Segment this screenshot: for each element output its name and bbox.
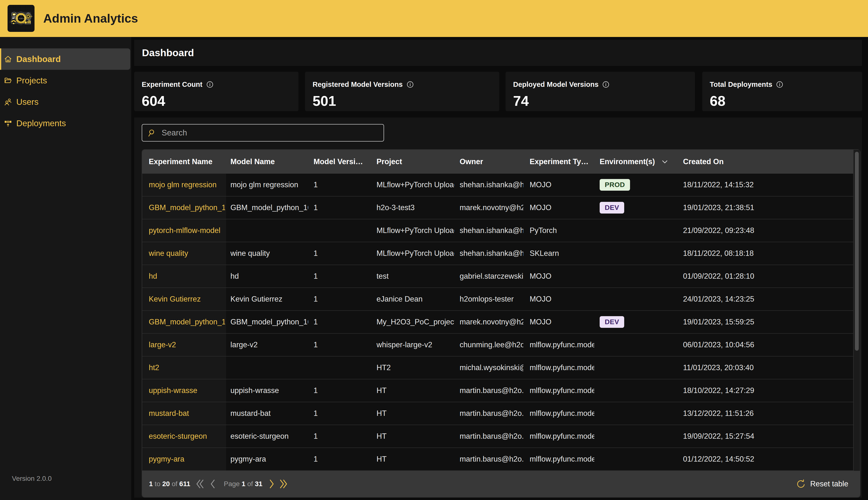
- experiment-type-cell: mlflow.pyfunc.model: [530, 386, 600, 395]
- experiment-name-link[interactable]: large-v2: [149, 340, 230, 349]
- column-header-model-versi[interactable]: Model Versi…: [314, 157, 377, 166]
- experiment-name-link[interactable]: GBM_model_python_1674: [149, 203, 230, 212]
- owner-cell: chunming.lee@h2o.ai: [460, 340, 530, 349]
- next-page-button[interactable]: [269, 478, 274, 490]
- table-row: ht2HT2michal.wysokinski@h2o.aimlflow.pyf…: [142, 356, 853, 379]
- stat-card-total-deployments: Total Deployments68: [702, 72, 862, 111]
- search-input[interactable]: [162, 128, 375, 137]
- experiment-type-cell: mlflow.pyfunc.model: [530, 340, 600, 349]
- project-cell: HT: [377, 455, 460, 464]
- table-row: Kevin GutierrezKevin Gutierrez1eJanice D…: [142, 288, 853, 311]
- experiments-table: Experiment NameModel NameModel Versi…Pro…: [142, 149, 860, 498]
- created-on-cell: 01/09/2022, 01:28:10: [683, 272, 853, 281]
- model-name-cell: esoteric-sturgeon: [230, 432, 314, 441]
- model-name-cell: wine quality: [230, 249, 314, 258]
- users-icon: [4, 98, 12, 105]
- previous-page-button[interactable]: [210, 478, 215, 490]
- column-header-experiment-name[interactable]: Experiment Name: [149, 157, 230, 166]
- sidebar-item-dashboard[interactable]: Dashboard: [0, 48, 130, 70]
- sidebar-nav: DashboardProjectsUsersDeployments: [0, 48, 131, 134]
- search-box[interactable]: [142, 124, 384, 141]
- chevron-down-icon[interactable]: [661, 158, 669, 166]
- model-version-cell: 1: [314, 180, 377, 189]
- pager: Page 1 of 31: [196, 478, 287, 490]
- created-on-cell: 18/11/2022, 14:15:32: [683, 180, 853, 189]
- sidebar-item-deployments[interactable]: Deployments: [0, 113, 130, 134]
- experiment-name-link[interactable]: mojo glm regression: [149, 180, 230, 189]
- project-cell: MLflow+PyTorch Upload test: [377, 180, 460, 189]
- stat-label: Total Deployments: [710, 80, 862, 89]
- owner-cell: marek.novotny@h2o.ai: [460, 318, 530, 326]
- reset-table-button[interactable]: Reset table: [796, 479, 848, 489]
- experiment-name-link[interactable]: hd: [149, 272, 230, 281]
- scrollbar-thumb[interactable]: [855, 152, 859, 351]
- project-cell: whisper-large-v2: [377, 340, 460, 349]
- page-title: Dashboard: [142, 47, 194, 59]
- experiment-name-link[interactable]: Kevin Gutierrez: [149, 295, 230, 304]
- created-on-cell: 18/10/2022, 14:27:29: [683, 386, 853, 395]
- first-page-button[interactable]: [196, 478, 204, 490]
- column-header-experiment-ty[interactable]: Experiment Ty…: [530, 157, 600, 166]
- info-icon[interactable]: [603, 81, 609, 88]
- stat-value: 74: [513, 93, 695, 109]
- column-header-environment(s)[interactable]: Environment(s): [600, 157, 683, 166]
- experiment-type-cell: mlflow.pyfunc.model: [530, 363, 600, 372]
- stat-value: 604: [142, 93, 299, 109]
- page-title-panel: Dashboard: [134, 40, 862, 66]
- model-name-cell: pygmy-ara: [230, 455, 314, 464]
- table-row: GBM_model_python_1674GBM_model_python_16…: [142, 196, 853, 219]
- model-version-cell: 1: [314, 249, 377, 258]
- sidebar-item-users[interactable]: Users: [0, 91, 130, 113]
- table-row: large-v2large-v21whisper-large-v2chunmin…: [142, 334, 853, 356]
- column-header-model-name[interactable]: Model Name: [230, 157, 314, 166]
- created-on-cell: 19/09/2022, 15:27:54: [683, 432, 853, 441]
- table-row: pytorch-mlflow-modelMLflow+PyTorch Uploa…: [142, 219, 853, 242]
- environment-badge-dev: DEV: [600, 316, 624, 328]
- last-page-button[interactable]: [279, 478, 287, 490]
- created-on-cell: 21/09/2022, 09:23:48: [683, 226, 853, 235]
- environment-badge-dev: DEV: [600, 202, 624, 214]
- model-version-cell: 1: [314, 318, 377, 326]
- sidebar-item-label: Projects: [16, 76, 47, 86]
- stat-label: Registered Model Versions: [313, 80, 499, 89]
- experiment-type-cell: MOJO: [530, 203, 600, 212]
- sidebar-item-projects[interactable]: Projects: [0, 70, 130, 91]
- experiment-name-link[interactable]: pygmy-ara: [149, 455, 230, 464]
- table-scrollbar[interactable]: [853, 150, 860, 471]
- experiment-name-link[interactable]: ht2: [149, 363, 230, 372]
- search-icon: [148, 129, 156, 137]
- experiment-name-link[interactable]: uppish-wrasse: [149, 386, 230, 395]
- app-version: Version 2.0.0: [12, 475, 51, 482]
- deployments-icon: [4, 120, 12, 127]
- stat-label-text: Deployed Model Versions: [513, 80, 599, 89]
- experiment-name-link[interactable]: mustard-bat: [149, 409, 230, 418]
- owner-cell: h2omlops-tester: [460, 295, 530, 304]
- owner-cell: martin.barus@h2o.ai: [460, 409, 530, 418]
- rows-range: 1 to 20 of 611: [149, 480, 190, 488]
- model-name-cell: GBM_model_python_1674: [230, 203, 314, 212]
- table-header: Experiment NameModel NameModel Versi…Pro…: [142, 150, 853, 174]
- experiment-type-cell: SKLearn: [530, 249, 600, 258]
- project-cell: test: [377, 272, 460, 281]
- owner-cell: michal.wysokinski@h2o.ai: [460, 363, 530, 372]
- sidebar: DashboardProjectsUsersDeployments Versio…: [0, 37, 131, 500]
- info-icon[interactable]: [407, 81, 414, 88]
- model-version-cell: 1: [314, 409, 377, 418]
- column-header-created-on[interactable]: Created On: [683, 157, 853, 166]
- owner-cell: martin.barus@h2o.ai: [460, 432, 530, 441]
- stat-label-text: Registered Model Versions: [313, 80, 403, 89]
- model-version-cell: 1: [314, 272, 377, 281]
- model-name-cell: GBM_model_python_1674: [230, 318, 314, 326]
- app-title: Admin Analytics: [43, 0, 138, 37]
- experiment-name-link[interactable]: pytorch-mlflow-model: [149, 226, 230, 235]
- owner-cell: shehan.ishanka@h2o.ai: [460, 249, 530, 258]
- column-header-project[interactable]: Project: [377, 157, 460, 166]
- owner-cell: shehan.ishanka@h2o.ai: [460, 226, 530, 235]
- column-header-owner[interactable]: Owner: [460, 157, 530, 166]
- experiment-name-link[interactable]: GBM_model_python_1674: [149, 318, 230, 326]
- info-icon[interactable]: [207, 81, 213, 88]
- experiment-name-link[interactable]: wine quality: [149, 249, 230, 258]
- model-name-cell: hd: [230, 272, 314, 281]
- experiment-name-link[interactable]: esoteric-sturgeon: [149, 432, 230, 441]
- info-icon[interactable]: [776, 81, 783, 88]
